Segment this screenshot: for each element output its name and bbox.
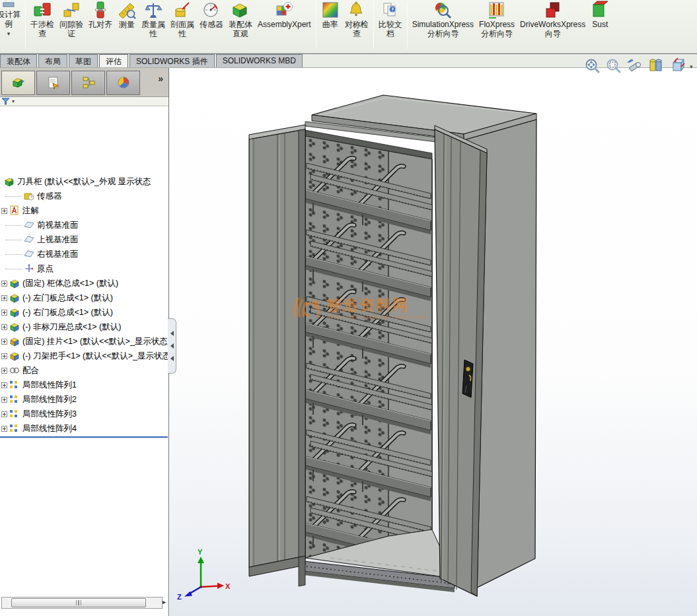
sustainability-icon bbox=[591, 1, 609, 19]
panel-tab-strip: » bbox=[0, 68, 168, 97]
tab-evaluate[interactable]: 评估 bbox=[99, 54, 128, 67]
ribbon-button-compare-documents[interactable]: 比较文 档 bbox=[376, 0, 405, 38]
expander-icon[interactable] bbox=[1, 324, 7, 330]
hole-alignment-icon bbox=[91, 1, 110, 19]
panel-collapse-splitter[interactable] bbox=[168, 318, 176, 374]
ribbon-button-curvature[interactable]: 曲率 bbox=[318, 0, 342, 29]
tree-item-pattern-4[interactable]: 局部线性阵列4 bbox=[0, 421, 169, 436]
tree-item-hanging-plate[interactable]: (固定) 挂片<1> (默认<<默认>_显示状态 bbox=[0, 334, 169, 349]
tab-displaymanager[interactable] bbox=[106, 71, 140, 95]
collapse-left-icon bbox=[170, 343, 174, 349]
tab-solidworks-addins[interactable]: SOLIDWORKS 插件 bbox=[129, 54, 215, 67]
panel-overflow-chevron[interactable]: » bbox=[158, 73, 163, 84]
expander-icon[interactable] bbox=[1, 339, 7, 345]
ribbon-button-design-study[interactable]: 设计算 例 ▾ bbox=[0, 0, 23, 37]
subassembly-icon bbox=[9, 292, 20, 303]
expander-icon[interactable] bbox=[1, 310, 7, 316]
expander-icon[interactable] bbox=[1, 353, 7, 359]
zoom-to-fit-icon[interactable] bbox=[584, 57, 601, 75]
section-view-icon[interactable] bbox=[647, 57, 665, 75]
tab-solidworks-mbd[interactable]: SOLIDWORKS MBD bbox=[216, 54, 303, 67]
tree-item-annotations[interactable]: 注解 bbox=[0, 203, 169, 218]
expander-icon[interactable] bbox=[1, 411, 7, 417]
subassembly-icon bbox=[9, 307, 20, 318]
triad-z-label: Z bbox=[177, 593, 182, 601]
tree-item-left-door[interactable]: (-) 左门板总成<1> (默认) bbox=[0, 291, 169, 305]
tree-item-pattern-2[interactable]: 局部线性阵列2 bbox=[0, 392, 169, 407]
tab-assembly[interactable]: 装配体 bbox=[0, 54, 37, 67]
ribbon-button-measure[interactable]: 测量 bbox=[115, 0, 139, 29]
scrollbar-right-arrow[interactable]: ▸ bbox=[163, 598, 166, 605]
tab-layout[interactable]: 布局 bbox=[38, 54, 67, 67]
left-door[interactable] bbox=[249, 125, 305, 586]
ribbon-button-floxpress[interactable]: FloXpress 分析向导 bbox=[476, 0, 517, 38]
tree-item-tool-rack-handle[interactable]: (-) 刀架把手<1> (默认<<默认>_显示状态 bbox=[0, 349, 169, 363]
tree-item-root[interactable]: 刀具柜 (默认<<默认>_外观 显示状态 bbox=[0, 174, 169, 189]
tree-item-sensors[interactable]: 传感器 bbox=[0, 189, 169, 203]
ribbon-button-interference-check[interactable]: 干涉检 查 bbox=[28, 0, 57, 38]
tab-sketch[interactable]: 草图 bbox=[69, 54, 98, 67]
tree-item-right-door[interactable]: (-) 右门板总成<1> (默认) bbox=[0, 305, 169, 320]
plane-icon bbox=[24, 234, 34, 245]
triad-x-label: X bbox=[225, 582, 231, 590]
display-style-icon[interactable] bbox=[669, 57, 686, 75]
ribbon-separator bbox=[25, 1, 26, 49]
ribbon-button-sensor[interactable]: 传感器 bbox=[197, 0, 226, 29]
tree-item-right-plane[interactable]: 右视基准面 bbox=[0, 247, 169, 261]
ribbon-button-simulationxpress[interactable]: SimulationXpress 分析向导 bbox=[410, 0, 476, 38]
ribbon-separator bbox=[407, 1, 408, 49]
zoom-to-area-icon[interactable] bbox=[605, 57, 622, 75]
tree-item-pattern-1[interactable]: 局部线性阵列1 bbox=[0, 378, 169, 392]
ribbon-button-mass-properties[interactable]: 质量属 性 bbox=[139, 0, 168, 38]
expander-icon[interactable] bbox=[1, 426, 7, 432]
tree-filter-bar[interactable]: ▾ bbox=[0, 97, 168, 106]
ribbon-button-sustainability[interactable]: Sust bbox=[588, 0, 612, 29]
door-lock[interactable] bbox=[462, 360, 473, 397]
ribbon-button-hole-alignment[interactable]: 孔对齐 bbox=[86, 0, 115, 29]
sensors-folder-icon bbox=[24, 191, 34, 201]
expander-icon[interactable] bbox=[1, 281, 7, 287]
ribbon-toolbar: 设计算 例 ▾ 干涉检 查 间隙验 证 孔对齐 测量 质量属 性 剖面属 性 bbox=[0, 0, 697, 53]
graphics-viewport[interactable]: Y X Z 智造资料网 INTELLIGENT MANUFACTURING DA… bbox=[170, 68, 697, 616]
tab-configurationmanager[interactable] bbox=[71, 71, 105, 95]
hud-overflow-caret[interactable]: ▾ bbox=[690, 63, 693, 70]
chevron-down-icon: ▾ bbox=[12, 98, 15, 104]
feature-manager-panel: » ▾ 刀具柜 (默认<<默认>_外观 显示状态 传感器 注解 bbox=[0, 68, 169, 616]
view-orientation-icon[interactable] bbox=[626, 57, 643, 75]
ribbon-button-symmetry-check[interactable]: 对称检 查 bbox=[342, 0, 371, 38]
ribbon-button-driveworksxpress[interactable]: DriveWorksXpress 向导 bbox=[517, 0, 588, 38]
tree-item-origin[interactable]: 原点 bbox=[0, 261, 169, 276]
expander-icon[interactable] bbox=[1, 368, 7, 374]
tree-item-front-plane[interactable]: 前视基准面 bbox=[0, 218, 169, 232]
displaymanager-icon bbox=[116, 75, 131, 90]
chevron-down-icon: ▾ bbox=[7, 30, 11, 37]
expander-icon[interactable] bbox=[1, 397, 7, 403]
pattern-icon bbox=[9, 409, 20, 419]
expander-icon[interactable] bbox=[1, 382, 7, 388]
tree-guide-dots bbox=[5, 196, 22, 197]
subassembly-icon bbox=[9, 322, 20, 332]
pattern-icon bbox=[9, 394, 20, 405]
ribbon-button-clearance-verification[interactable]: 间隙验 证 bbox=[57, 0, 86, 38]
tab-featuremanager[interactable] bbox=[1, 71, 35, 95]
compare-documents-icon bbox=[381, 1, 400, 19]
mass-properties-icon bbox=[144, 1, 163, 19]
ribbon-button-assemblyxpert[interactable]: AssemblyXpert bbox=[255, 0, 314, 29]
tab-propertymanager[interactable] bbox=[36, 71, 70, 95]
tree-item-tool-seat[interactable]: (-) 非标刀座总成<1> (默认) bbox=[0, 320, 169, 334]
subassembly-icon bbox=[9, 278, 20, 289]
tree-item-top-plane[interactable]: 上视基准面 bbox=[0, 232, 169, 247]
scrollbar-thumb[interactable] bbox=[11, 598, 146, 607]
tree-item-cabinet-body[interactable]: (固定) 柜体总成<1> (默认) bbox=[0, 276, 169, 291]
tree-item-mates[interactable]: 配合 bbox=[0, 363, 169, 378]
interference-check-icon bbox=[33, 1, 52, 19]
expander-icon[interactable] bbox=[1, 208, 7, 214]
tool-cabinet-model[interactable]: Y X Z bbox=[170, 68, 697, 616]
pattern-icon bbox=[9, 423, 20, 434]
ribbon-button-section-properties[interactable]: 剖面属 性 bbox=[168, 0, 197, 38]
tree-item-pattern-3[interactable]: 局部线性阵列3 bbox=[0, 407, 169, 421]
ribbon-button-assembly-visualization[interactable]: 装配体 直观 bbox=[226, 0, 255, 38]
expander-icon[interactable] bbox=[1, 295, 7, 301]
tree-horizontal-scrollbar[interactable] bbox=[1, 597, 163, 609]
propertymanager-icon bbox=[46, 75, 61, 90]
